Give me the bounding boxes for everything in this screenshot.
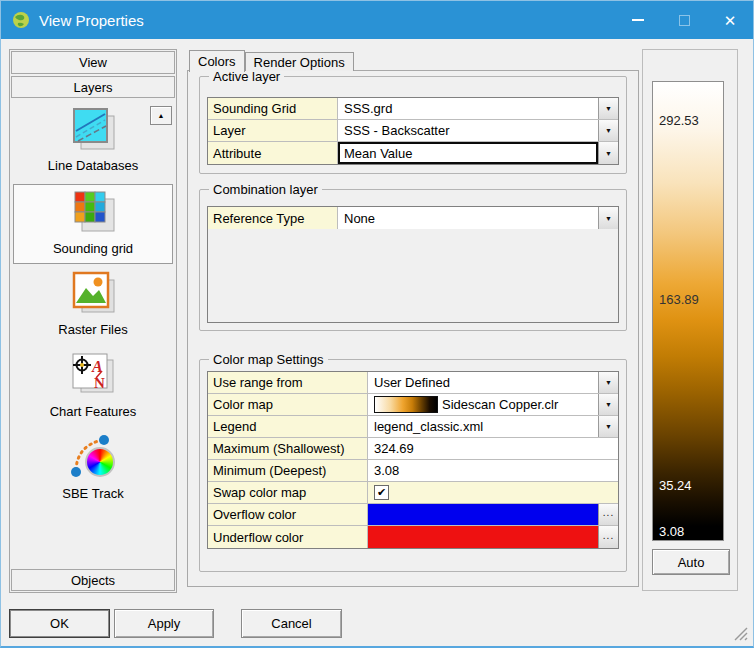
chevron-down-icon: ▼ bbox=[605, 379, 612, 386]
table-row: Reference Type None ▼ bbox=[208, 207, 618, 229]
color-scale-gradient: 292.53 163.89 35.24 3.08 bbox=[652, 81, 724, 541]
auto-button[interactable]: Auto bbox=[652, 549, 730, 575]
group-active-layer: Active layer Sounding Grid SSS.grd ▼ Lay… bbox=[199, 76, 627, 174]
sidebar-item-list: ▲ Line Databases bbox=[11, 100, 175, 566]
group-color-map-settings: Color map Settings Use range from User D… bbox=[199, 359, 627, 572]
sidebar-button-layers[interactable]: Layers bbox=[11, 76, 175, 98]
group-title: Color map Settings bbox=[209, 352, 328, 367]
sidebar-item-label: Chart Features bbox=[50, 404, 137, 419]
dropdown-button[interactable]: ▼ bbox=[598, 394, 618, 415]
active-layer-table: Sounding Grid SSS.grd ▼ Layer SSS - Back… bbox=[207, 97, 619, 165]
sidebar: View Layers ▲ Line Databases bbox=[9, 49, 177, 593]
sidebar-item-label: SBE Track bbox=[62, 486, 123, 501]
sbe-track-icon bbox=[68, 433, 118, 483]
tab-bar: Colors Render Options bbox=[189, 50, 354, 72]
chevron-down-icon: ▼ bbox=[605, 105, 612, 112]
dropdown-button[interactable]: ▼ bbox=[598, 416, 618, 437]
tab-colors[interactable]: Colors bbox=[189, 50, 245, 72]
scroll-up-icon: ▲ bbox=[158, 112, 165, 119]
combination-layer-table: Reference Type None ▼ bbox=[207, 206, 619, 323]
use-range-from-dropdown[interactable]: User Defined bbox=[368, 372, 598, 393]
dropdown-button[interactable]: ▼ bbox=[598, 207, 618, 229]
sidebar-item-line-databases[interactable]: Line Databases bbox=[13, 102, 173, 182]
row-label: Maximum (Shallowest) bbox=[208, 438, 368, 459]
apply-button[interactable]: Apply bbox=[114, 609, 214, 638]
close-button[interactable]: ✕ bbox=[707, 1, 753, 39]
underflow-color-picker-button[interactable]: ... bbox=[598, 526, 618, 548]
swap-color-map-cell: ✔ bbox=[368, 482, 618, 503]
table-row: Layer SSS - Backscatter ▼ bbox=[208, 120, 618, 142]
chevron-down-icon: ▼ bbox=[605, 150, 612, 157]
chart-features-icon: A N bbox=[68, 351, 118, 401]
row-label: Minimum (Deepest) bbox=[208, 460, 368, 481]
chevron-down-icon: ▼ bbox=[605, 401, 612, 408]
dropdown-button[interactable]: ▼ bbox=[598, 142, 618, 164]
svg-text:N: N bbox=[94, 375, 105, 391]
table-row: Maximum (Shallowest) 324.69 bbox=[208, 438, 618, 460]
minimize-button[interactable] bbox=[615, 1, 661, 39]
resize-grip[interactable] bbox=[732, 625, 748, 641]
view-properties-window: View Properties ✕ View Layers ▲ bbox=[0, 0, 754, 648]
attribute-dropdown[interactable]: Mean Value bbox=[338, 142, 598, 164]
table-row: Minimum (Deepest) 3.08 bbox=[208, 460, 618, 482]
titlebar[interactable]: View Properties ✕ bbox=[1, 1, 753, 39]
group-title: Combination layer bbox=[209, 182, 322, 197]
sidebar-item-label: Sounding grid bbox=[53, 241, 133, 256]
row-label: Use range from bbox=[208, 372, 368, 393]
sidebar-item-label: Raster Files bbox=[58, 322, 127, 337]
sidebar-item-label: Line Databases bbox=[48, 158, 138, 173]
row-label: Legend bbox=[208, 416, 368, 437]
sidebar-item-sounding-grid[interactable]: Sounding grid bbox=[13, 184, 173, 264]
sidebar-item-raster-files[interactable]: Raster Files bbox=[13, 266, 173, 346]
scale-tick-label: 163.89 bbox=[659, 292, 699, 307]
layer-dropdown[interactable]: SSS - Backscatter bbox=[338, 120, 598, 141]
row-label: Color map bbox=[208, 394, 368, 415]
checkmark-icon: ✔ bbox=[377, 486, 386, 499]
ellipsis-icon: ... bbox=[603, 507, 614, 518]
table-row: Swap color map ✔ bbox=[208, 482, 618, 504]
sidebar-item-sbe-track[interactable]: SBE Track bbox=[13, 430, 173, 510]
overflow-color-picker-button[interactable]: ... bbox=[598, 504, 618, 525]
dropdown-button[interactable]: ▼ bbox=[598, 98, 618, 119]
colors-tab-page: Active layer Sounding Grid SSS.grd ▼ Lay… bbox=[187, 70, 639, 587]
overflow-color-swatch bbox=[368, 504, 598, 525]
row-label: Underflow color bbox=[208, 526, 368, 548]
line-databases-icon bbox=[68, 105, 118, 155]
scale-tick-label: 292.53 bbox=[659, 113, 699, 128]
table-row: Legend legend_classic.xml ▼ bbox=[208, 416, 618, 438]
tab-render-options[interactable]: Render Options bbox=[245, 52, 354, 71]
table-row: Color map Sidescan Copper.clr ▼ bbox=[208, 394, 618, 416]
cancel-button[interactable]: Cancel bbox=[241, 609, 342, 638]
legend-dropdown[interactable]: legend_classic.xml bbox=[368, 416, 598, 437]
swap-color-map-checkbox[interactable]: ✔ bbox=[374, 485, 389, 500]
ok-button[interactable]: OK bbox=[9, 609, 110, 638]
underflow-color-swatch bbox=[368, 526, 598, 548]
app-globe-icon bbox=[12, 11, 30, 29]
table-row: Sounding Grid SSS.grd ▼ bbox=[208, 98, 618, 120]
dropdown-button[interactable]: ▼ bbox=[598, 120, 618, 141]
color-map-preview-swatch bbox=[374, 396, 438, 413]
row-label: Attribute bbox=[208, 142, 338, 164]
minimize-icon bbox=[632, 19, 644, 21]
table-row: Overflow color ... bbox=[208, 504, 618, 526]
dropdown-button[interactable]: ▼ bbox=[598, 372, 618, 393]
reference-type-dropdown[interactable]: None bbox=[338, 207, 598, 229]
row-label: Overflow color bbox=[208, 504, 368, 525]
sidebar-item-chart-features[interactable]: A N Chart Features bbox=[13, 348, 173, 428]
color-map-dropdown[interactable]: Sidescan Copper.clr bbox=[368, 394, 598, 415]
table-row: Attribute Mean Value ▼ bbox=[208, 142, 618, 164]
sidebar-button-objects[interactable]: Objects bbox=[11, 569, 175, 591]
close-icon: ✕ bbox=[724, 13, 737, 28]
chevron-down-icon: ▼ bbox=[605, 423, 612, 430]
raster-files-icon bbox=[68, 269, 118, 319]
chevron-down-icon: ▼ bbox=[605, 215, 612, 222]
sidebar-button-view[interactable]: View bbox=[11, 51, 175, 74]
scroll-up-button[interactable]: ▲ bbox=[150, 106, 172, 125]
maximize-button[interactable] bbox=[661, 1, 707, 39]
maximum-shallowest-field[interactable]: 324.69 bbox=[368, 438, 618, 459]
underflow-color-cell bbox=[368, 526, 598, 548]
color-map-file-name: Sidescan Copper.clr bbox=[442, 397, 558, 412]
sounding-grid-dropdown[interactable]: SSS.grd bbox=[338, 98, 598, 119]
maximize-icon bbox=[679, 15, 690, 26]
minimum-deepest-field[interactable]: 3.08 bbox=[368, 460, 618, 481]
